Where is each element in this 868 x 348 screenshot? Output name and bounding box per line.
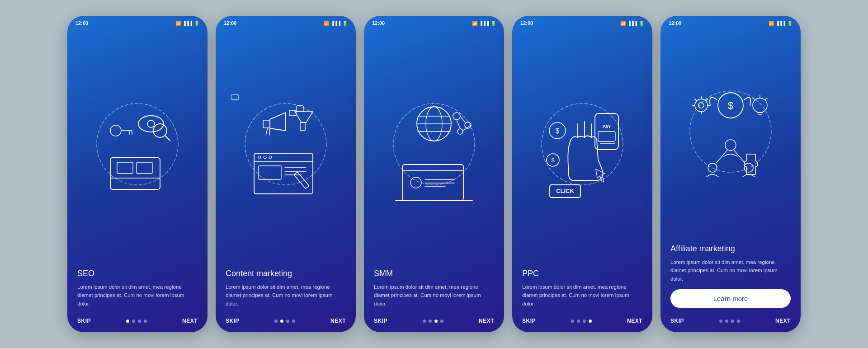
dot-4 bbox=[737, 320, 740, 323]
phone-ppc: 12:00 📶 ▐▐▐ 🔋 PAY bbox=[512, 16, 652, 332]
svg-point-7 bbox=[147, 120, 155, 127]
seo-desc: Lorem ipsum dolor sit dim amet, mea regi… bbox=[77, 283, 198, 308]
battery-icon: 🔋 bbox=[491, 21, 496, 26]
phone-affiliate: 12:00 📶 ▐▐▐ 🔋 $ bbox=[660, 16, 801, 332]
svg-rect-4 bbox=[117, 162, 133, 174]
svg-point-17 bbox=[258, 156, 261, 159]
svg-marker-25 bbox=[270, 113, 286, 131]
ppc-title: PPC bbox=[522, 269, 642, 278]
ppc-icon: PAY $ $ CLICK bbox=[528, 94, 637, 203]
dot-1 bbox=[274, 320, 278, 323]
battery-icon: 🔋 bbox=[194, 21, 199, 26]
svg-rect-15 bbox=[254, 153, 313, 194]
phone-content-marketing: 12:00 📶 ▐▐▐ 🔋 bbox=[216, 16, 356, 332]
time-seo: 12:00 bbox=[75, 20, 88, 26]
svg-point-53 bbox=[542, 103, 623, 185]
dot-1 bbox=[423, 320, 426, 323]
dot-4 bbox=[440, 320, 443, 323]
dot-3 bbox=[731, 320, 734, 323]
seo-next[interactable]: NEXT bbox=[182, 318, 198, 324]
smm-bottom-nav: SKIP NEXT bbox=[364, 314, 504, 332]
svg-point-10 bbox=[110, 125, 121, 136]
svg-point-86 bbox=[708, 163, 717, 172]
svg-point-71 bbox=[753, 98, 767, 113]
ppc-bottom-nav: SKIP NEXT bbox=[512, 314, 652, 332]
svg-line-27 bbox=[266, 128, 268, 135]
content-next[interactable]: NEXT bbox=[330, 318, 346, 324]
svg-text:CLICK: CLICK bbox=[556, 188, 574, 194]
status-icons-affiliate: 📶 ▐▐▐ 🔋 bbox=[769, 21, 793, 26]
affiliate-desc: Lorem ipsum dolor sit dim amet, mea regi… bbox=[670, 258, 791, 283]
seo-illustration bbox=[67, 28, 208, 269]
ppc-skip[interactable]: SKIP bbox=[522, 318, 536, 324]
affiliate-content: Affiliate marketing Lorem ipsum dolor si… bbox=[660, 244, 801, 314]
learn-more-button[interactable]: Learn more bbox=[670, 289, 791, 308]
svg-rect-59 bbox=[598, 132, 615, 141]
signal-icon: ▐▐▐ bbox=[183, 21, 192, 26]
affiliate-dots bbox=[719, 320, 740, 323]
content-bottom-nav: SKIP NEXT bbox=[216, 314, 356, 332]
dot-1 bbox=[719, 320, 722, 323]
signal-icon: ▐▐▐ bbox=[776, 21, 785, 26]
svg-point-42 bbox=[458, 129, 463, 134]
svg-point-34 bbox=[393, 103, 475, 185]
smm-next[interactable]: NEXT bbox=[479, 318, 494, 324]
status-icons-seo: 📶 ▐▐▐ 🔋 bbox=[175, 21, 199, 26]
ppc-next[interactable]: NEXT bbox=[627, 318, 642, 324]
wifi-icon: 📶 bbox=[324, 21, 329, 26]
battery-icon: 🔋 bbox=[639, 21, 644, 26]
content-skip[interactable]: SKIP bbox=[226, 318, 239, 324]
svg-text:$: $ bbox=[728, 100, 733, 111]
svg-rect-46 bbox=[402, 165, 463, 201]
dot-4 bbox=[144, 320, 147, 323]
ppc-content: PPC Lorem ipsum dolor sit dim amet, mea … bbox=[512, 269, 652, 314]
time-smm: 12:00 bbox=[372, 20, 385, 26]
svg-line-9 bbox=[165, 136, 170, 141]
content-marketing-content: Content marketing Lorem ipsum dolor sit … bbox=[216, 269, 356, 314]
seo-content: SEO Lorem ipsum dolor sit dim amet, mea … bbox=[67, 269, 208, 314]
seo-icon bbox=[83, 94, 192, 203]
dot-3 bbox=[434, 320, 438, 323]
seo-dots bbox=[126, 320, 147, 323]
svg-rect-26 bbox=[263, 120, 270, 128]
svg-point-49 bbox=[410, 177, 421, 188]
dot-2 bbox=[577, 320, 580, 323]
svg-marker-29 bbox=[295, 112, 313, 122]
svg-text:$: $ bbox=[556, 127, 560, 135]
status-icons-smm: 📶 ▐▐▐ 🔋 bbox=[472, 21, 496, 26]
smm-desc: Lorem ipsum dolor sit dim amet, mea regi… bbox=[374, 283, 494, 308]
svg-point-18 bbox=[264, 156, 266, 159]
svg-rect-33 bbox=[297, 106, 303, 111]
smm-dots bbox=[423, 320, 443, 323]
status-bar-affiliate: 12:00 📶 ▐▐▐ 🔋 bbox=[660, 16, 801, 28]
battery-icon: 🔋 bbox=[787, 21, 793, 26]
status-bar-ppc: 12:00 📶 ▐▐▐ 🔋 bbox=[512, 16, 652, 28]
smm-skip[interactable]: SKIP bbox=[374, 318, 387, 324]
smm-icon bbox=[380, 94, 488, 203]
svg-rect-31 bbox=[231, 94, 238, 100]
status-bar-content: 12:00 📶 ▐▐▐ 🔋 bbox=[216, 16, 356, 28]
svg-line-28 bbox=[269, 128, 270, 135]
time-affiliate: 12:00 bbox=[669, 20, 681, 26]
dot-4 bbox=[292, 320, 295, 323]
affiliate-skip[interactable]: SKIP bbox=[670, 318, 684, 324]
svg-line-88 bbox=[716, 150, 727, 163]
ppc-dots bbox=[571, 320, 592, 323]
dot-2 bbox=[280, 320, 283, 323]
affiliate-title: Affiliate marketing bbox=[670, 244, 791, 254]
phone-seo: 12:00 📶 ▐▐▐ 🔋 bbox=[67, 16, 208, 332]
wifi-icon: 📶 bbox=[472, 21, 477, 26]
content-marketing-title: Content marketing bbox=[226, 269, 346, 278]
seo-skip[interactable]: SKIP bbox=[77, 318, 91, 324]
dot-1 bbox=[571, 320, 574, 323]
time-content: 12:00 bbox=[224, 20, 236, 26]
affiliate-bottom-nav: SKIP NEXT bbox=[660, 314, 801, 332]
svg-rect-30 bbox=[300, 122, 305, 131]
wifi-icon: 📶 bbox=[175, 21, 181, 26]
affiliate-next[interactable]: NEXT bbox=[775, 318, 791, 324]
svg-line-76 bbox=[765, 98, 767, 100]
status-icons-ppc: 📶 ▐▐▐ 🔋 bbox=[620, 21, 644, 26]
affiliate-illustration: $ bbox=[660, 28, 801, 244]
dot-2 bbox=[132, 320, 135, 323]
phones-container: 12:00 📶 ▐▐▐ 🔋 bbox=[67, 16, 801, 332]
